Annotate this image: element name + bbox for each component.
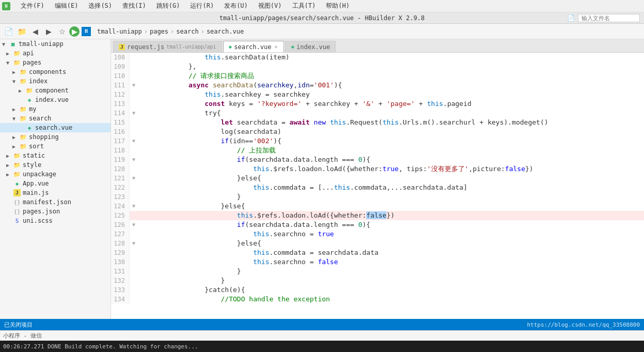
line-number: 125	[111, 211, 130, 220]
fold-gutter[interactable]	[130, 285, 138, 295]
sidebar-item-style[interactable]: ▶ 📁 style	[0, 160, 111, 170]
breadcrumb-file[interactable]: search.vue	[207, 28, 244, 35]
sidebar-label-index-vue: index.vue	[35, 96, 69, 103]
menu-find[interactable]: 查找(I)	[120, 2, 148, 10]
star-button[interactable]: ☆	[56, 25, 68, 38]
fold-gutter[interactable]	[130, 62, 138, 71]
arrow-icon: ▼	[6, 60, 11, 66]
sidebar-label-unpackage: unpackage	[23, 171, 56, 178]
back-button[interactable]: ◀	[29, 25, 41, 38]
fold-gutter[interactable]: ▼	[130, 174, 138, 183]
line-content: if(searchdata.data.length === 0){	[138, 155, 644, 164]
fold-gutter[interactable]	[130, 257, 138, 267]
sidebar-item-search[interactable]: ▼ 📁 search	[0, 114, 111, 123]
sidebar-item-shopping[interactable]: ▶ 📁 shopping	[0, 132, 111, 142]
fold-gutter[interactable]: ▼	[130, 239, 138, 248]
arrow-icon: ▶	[12, 106, 18, 112]
run-button[interactable]: ▶	[69, 26, 80, 37]
sidebar-item-search-vue[interactable]: ◆ search.vue	[0, 123, 111, 132]
menu-file[interactable]: 文件(F)	[19, 2, 46, 10]
fold-gutter[interactable]	[130, 295, 138, 304]
line-number: 118	[111, 146, 130, 155]
breadcrumb-search[interactable]: search	[176, 28, 198, 35]
tab-request-js[interactable]: J request.js tmall-uniapp/api	[113, 41, 222, 52]
menu-view[interactable]: 视图(V)	[256, 2, 284, 10]
menu-tools[interactable]: 工具(T)	[290, 2, 318, 10]
sidebar-item-manifest[interactable]: {} manifest.json	[0, 197, 111, 207]
sidebar-item-index-vue[interactable]: ◆ index.vue	[0, 95, 111, 104]
line-number: 111	[111, 81, 130, 90]
sidebar-item-components[interactable]: ▶ 📁 components	[0, 67, 111, 76]
fold-gutter[interactable]	[130, 183, 138, 192]
sidebar-item-api[interactable]: ▶ 📁 api	[0, 49, 111, 58]
line-number: 130	[111, 257, 130, 267]
new-file-button[interactable]: 📄	[2, 25, 14, 38]
fold-gutter[interactable]	[130, 90, 138, 99]
fold-gutter[interactable]	[130, 276, 138, 285]
sidebar-root[interactable]: ▼ ■ tmall-uniapp	[0, 39, 111, 49]
app-icon: H	[2, 2, 10, 10]
menu-help[interactable]: 帮助(H)	[324, 2, 352, 10]
menu-select[interactable]: 选择(S)	[86, 2, 114, 10]
tab-close-button[interactable]: ×	[273, 44, 278, 50]
menu-run[interactable]: 运行(R)	[188, 2, 216, 10]
fold-gutter[interactable]: ▼	[130, 202, 138, 211]
sidebar-item-app-vue[interactable]: ◆ App.vue	[0, 179, 111, 188]
code-line-112: 112 this.searchkey = searchkey	[111, 90, 644, 99]
fold-gutter[interactable]	[130, 53, 138, 62]
menu-goto[interactable]: 跳转(G)	[154, 2, 182, 10]
folder-icon: 📁	[13, 161, 21, 169]
folder-icon: 📁	[20, 143, 27, 150]
fold-gutter[interactable]	[130, 164, 138, 174]
line-number: 110	[111, 71, 130, 81]
fold-gutter[interactable]	[130, 229, 138, 239]
sidebar-item-unpackage[interactable]: ▶ 📁 unpackage	[0, 170, 111, 179]
fold-gutter[interactable]	[130, 267, 138, 276]
sidebar-item-pages[interactable]: ▼ 📁 pages	[0, 58, 111, 67]
fold-gutter[interactable]: ▼	[130, 155, 138, 164]
fold-gutter[interactable]	[130, 248, 138, 257]
fold-gutter[interactable]: ▼	[130, 81, 138, 90]
status-link[interactable]: https://blog.csdn.net/qq_33508800	[527, 322, 640, 328]
fold-gutter[interactable]: ▼	[130, 136, 138, 146]
fold-gutter[interactable]	[130, 211, 138, 220]
fold-gutter[interactable]	[130, 127, 138, 136]
fold-gutter[interactable]	[130, 118, 138, 127]
code-editor[interactable]: 108 this.searchData(item) 109 }, 110 // …	[111, 53, 644, 319]
sidebar-item-uni-scss[interactable]: S uni.scss	[0, 216, 111, 225]
menu-edit[interactable]: 编辑(E)	[53, 2, 81, 10]
breadcrumb-root[interactable]: tmall-uniapp	[97, 28, 142, 35]
status-project: 已关闭项目	[4, 321, 33, 329]
sidebar-label-components: components	[29, 68, 66, 75]
file-search-input[interactable]	[578, 14, 640, 22]
forward-button[interactable]: ▶	[42, 25, 55, 38]
sidebar-item-component[interactable]: ▶ 📁 component	[0, 86, 111, 95]
breadcrumb-pages[interactable]: pages	[150, 28, 168, 35]
folder-icon: 📁	[13, 59, 21, 66]
sidebar-item-index[interactable]: ▼ 📁 index	[0, 76, 111, 86]
tab-search-vue[interactable]: ◆ search.vue ×	[223, 41, 285, 52]
code-line-120: 120 this.$refs.loadon.loAd({whether:true…	[111, 164, 644, 174]
fold-gutter[interactable]	[130, 99, 138, 109]
menu-publish[interactable]: 发布(U)	[222, 2, 250, 10]
sidebar-item-my[interactable]: ▶ 📁 my	[0, 104, 111, 114]
fold-gutter[interactable]: ▼	[130, 220, 138, 229]
open-folder-button[interactable]: 📁	[15, 25, 28, 38]
line-number: 115	[111, 118, 130, 127]
sidebar-item-pages-json[interactable]: {} pages.json	[0, 207, 111, 216]
arrow-icon: ▼	[2, 41, 7, 47]
sidebar-item-static[interactable]: ▶ 📁 static	[0, 151, 111, 160]
fold-gutter[interactable]	[130, 192, 138, 202]
tab-index-vue[interactable]: ◆ index.vue	[285, 41, 336, 52]
fold-gutter[interactable]: ▼	[130, 109, 138, 118]
sidebar-item-main-js[interactable]: J main.js	[0, 188, 111, 197]
breadcrumb-sep1: ›	[144, 28, 148, 35]
fold-gutter[interactable]	[130, 71, 138, 81]
status-left: 已关闭项目	[4, 321, 33, 329]
folder-icon: 📁	[20, 78, 27, 85]
fold-gutter[interactable]	[130, 146, 138, 155]
folder-icon: 📁	[20, 68, 27, 75]
sidebar-item-sort[interactable]: ▶ 📁 sort	[0, 142, 111, 151]
code-line-110: 110 // 请求接口搜索商品	[111, 71, 644, 81]
code-line-119: 119 ▼ if(searchdata.data.length === 0){	[111, 155, 644, 164]
